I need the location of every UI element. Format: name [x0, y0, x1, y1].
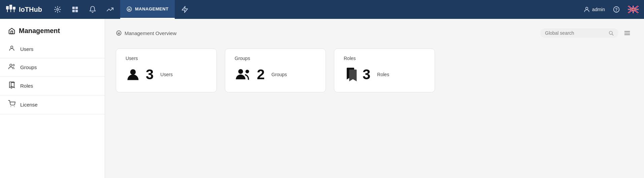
cart-svg-icon: [8, 100, 15, 108]
nav-management-tab[interactable]: M MANAGEMENT: [120, 0, 175, 19]
svg-point-40: [245, 70, 249, 73]
svg-rect-0: [6, 6, 9, 9]
svg-rect-1: [9, 5, 12, 9]
app-logo[interactable]: IoTHub: [5, 4, 42, 15]
global-search-input[interactable]: [545, 30, 606, 36]
nav-custom-button[interactable]: [177, 2, 192, 17]
breadcrumb-label: Management Overview: [125, 30, 176, 36]
svg-point-26: [11, 46, 13, 48]
svg-rect-25: [11, 31, 13, 34]
sidebar-license-label: License: [20, 102, 38, 108]
users-card-title: Users: [126, 56, 207, 61]
svg-point-29: [10, 106, 11, 107]
menu-icon-button[interactable]: [621, 27, 633, 39]
nav-dashboard-button[interactable]: [68, 2, 82, 17]
nav-alerts-button[interactable]: [85, 2, 100, 17]
sidebar-users-label: Users: [20, 46, 33, 52]
cards-row: Users 3 Users Groups: [116, 49, 633, 92]
sidebar-item-groups[interactable]: Groups: [0, 58, 105, 77]
roles-card-count: 3: [363, 66, 370, 83]
lightning-icon: [181, 6, 189, 13]
username-label: admin: [592, 7, 605, 12]
sidebar-item-license[interactable]: License: [0, 95, 105, 114]
svg-text:M: M: [128, 7, 131, 11]
groups-card-label: Groups: [271, 72, 287, 77]
roles-card-label: Roles: [377, 72, 389, 77]
content-header: M Management Overview: [116, 27, 633, 39]
logo-icon: [5, 4, 16, 15]
gear-icon: [54, 6, 61, 13]
search-bar: [540, 27, 633, 39]
svg-point-28: [13, 64, 14, 66]
group-icon: [8, 63, 15, 71]
users-card-label: Users: [160, 72, 173, 77]
svg-point-13: [586, 7, 588, 9]
sidebar-groups-label: Groups: [20, 64, 37, 70]
svg-point-27: [10, 64, 12, 66]
user-svg-icon: [8, 45, 15, 52]
svg-rect-8: [75, 7, 78, 9]
nav-analytics-button[interactable]: [103, 2, 117, 17]
roles-card-title: Roles: [344, 56, 425, 61]
svg-rect-24: [633, 6, 634, 13]
svg-text:?: ?: [615, 7, 617, 12]
users-card[interactable]: Users 3 Users: [116, 49, 217, 92]
svg-point-39: [238, 69, 243, 74]
sidebar-home-icon: [8, 27, 15, 35]
sidebar: Management Users Groups: [0, 19, 105, 178]
bookmark-svg-icon: [9, 81, 15, 89]
table-icon: [71, 6, 79, 13]
roles-card-body: 3 Roles: [344, 66, 425, 83]
groups-card-icon: [235, 67, 251, 82]
nav-devices-button[interactable]: [50, 2, 65, 17]
sidebar-title: Management: [0, 24, 105, 40]
groups-card-count: 2: [257, 66, 265, 83]
sidebar-item-users[interactable]: Users: [0, 40, 105, 58]
svg-line-34: [612, 34, 613, 35]
svg-rect-2: [13, 7, 15, 9]
svg-text:M: M: [118, 32, 120, 35]
sidebar-roles-label: Roles: [20, 83, 33, 89]
main-content: M Management Overview: [105, 19, 644, 178]
global-search-wrapper[interactable]: [540, 28, 618, 38]
svg-point-6: [57, 8, 59, 10]
language-flag[interactable]: [628, 6, 639, 13]
svg-rect-7: [72, 7, 75, 9]
help-icon: ?: [613, 6, 620, 13]
bell-icon: [89, 6, 96, 13]
help-button[interactable]: ?: [609, 2, 624, 17]
chart-icon: [106, 6, 114, 13]
users-card-icon: [126, 67, 140, 82]
user-account-button[interactable]: admin: [583, 6, 605, 13]
management-nav-icon: M: [126, 6, 132, 12]
breadcrumb: M Management Overview: [116, 30, 176, 36]
main-layout: Management Users Groups: [0, 19, 644, 178]
groups-card-body: 2 Groups: [235, 66, 316, 83]
search-icon: [608, 30, 614, 36]
svg-rect-9: [72, 10, 75, 12]
bookmark-icon: [8, 81, 15, 90]
group-svg-icon: [8, 63, 15, 70]
svg-point-38: [130, 69, 136, 75]
roles-card[interactable]: Roles 3 Roles: [334, 49, 435, 92]
groups-card[interactable]: Groups 2 Groups: [225, 49, 326, 92]
account-icon: [583, 6, 590, 13]
svg-rect-10: [75, 10, 78, 12]
cart-icon: [8, 100, 15, 109]
roles-card-icon: [344, 66, 357, 83]
nav-right-section: admin ?: [583, 2, 639, 17]
users-card-count: 3: [146, 66, 154, 83]
groups-card-title: Groups: [235, 56, 316, 61]
breadcrumb-icon: M: [116, 30, 122, 36]
sidebar-title-text: Management: [19, 27, 60, 35]
top-navigation: IoTHub M MANAGEMENT: [0, 0, 644, 19]
sidebar-item-roles[interactable]: Roles: [0, 77, 105, 95]
svg-point-30: [14, 106, 14, 107]
nav-management-label: MANAGEMENT: [135, 6, 169, 11]
app-name: IoTHub: [19, 6, 42, 13]
menu-icon: [624, 30, 631, 36]
users-card-body: 3 Users: [126, 66, 207, 83]
uk-flag-icon: [628, 6, 639, 13]
user-icon: [8, 45, 15, 53]
